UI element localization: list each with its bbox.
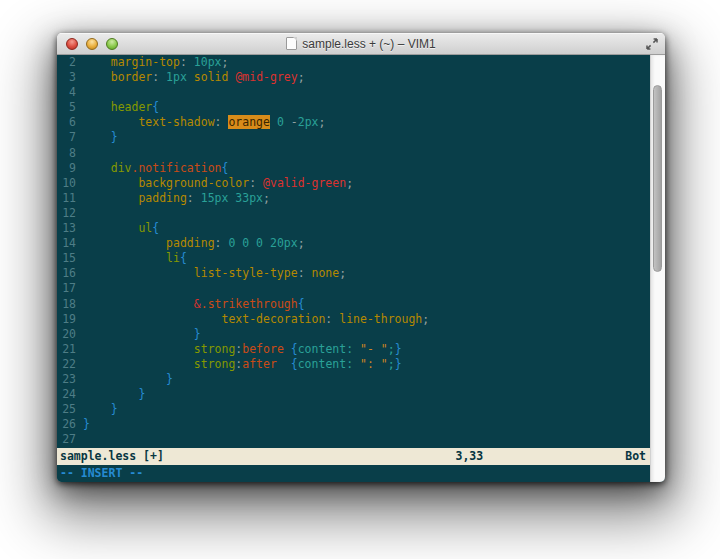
- syntax-token: [353, 357, 360, 371]
- code-text: header{: [83, 100, 159, 115]
- zoom-button[interactable]: [106, 38, 118, 50]
- syntax-token: @mid-grey: [235, 70, 297, 84]
- window-controls: [66, 33, 118, 55]
- syntax-token: :: [152, 70, 166, 84]
- title-area: sample.less + (~) – VIM1: [57, 37, 665, 51]
- vim-mode-line: -- INSERT --: [57, 465, 650, 482]
- vertical-scrollbar[interactable]: [650, 55, 665, 482]
- line-number: 8: [57, 146, 83, 161]
- code-text: padding: 0 0 0 20px;: [83, 236, 305, 251]
- syntax-token: [353, 342, 360, 356]
- minimize-button[interactable]: [86, 38, 98, 50]
- syntax-token: {: [298, 297, 305, 311]
- code-line: 5 header{: [57, 100, 650, 115]
- code-text: text-shadow: orange 0 -2px;: [83, 115, 325, 130]
- syntax-token: [83, 115, 138, 129]
- syntax-token: .notification: [131, 161, 221, 175]
- syntax-token: header: [111, 100, 153, 114]
- code-line: 14 padding: 0 0 0 20px;: [57, 236, 650, 251]
- syntax-token: "- ": [360, 342, 388, 356]
- code-text: }: [83, 372, 173, 387]
- syntax-token: {: [291, 342, 298, 356]
- code-area[interactable]: 2 margin-top: 10px;3 border: 1px solid @…: [57, 55, 650, 448]
- syntax-token: [83, 176, 138, 190]
- line-number: 4: [57, 85, 83, 100]
- fullscreen-expand-icon[interactable]: [646, 38, 658, 50]
- code-text: padding: 15px 33px;: [83, 191, 270, 206]
- vim-statusline: sample.less [+] 3,33 Bot: [57, 448, 650, 465]
- syntax-token: 10px: [194, 55, 222, 69]
- syntax-token: [83, 161, 111, 175]
- syntax-token: }: [83, 417, 90, 431]
- line-number: 17: [57, 281, 83, 296]
- syntax-token: [284, 342, 291, 356]
- syntax-token: ;: [339, 266, 346, 280]
- code-text: strong:after {content: ": ";}: [83, 357, 402, 372]
- code-line: 20 }: [57, 327, 650, 342]
- code-line: 9 div.notification{: [57, 161, 650, 176]
- syntax-token: [83, 266, 194, 280]
- syntax-token: }: [111, 130, 118, 144]
- code-text: text-decoration: line-through;: [83, 312, 429, 327]
- code-text: &.strikethrough{: [83, 297, 305, 312]
- syntax-token: [83, 387, 138, 401]
- syntax-token: ;: [388, 342, 395, 356]
- syntax-token: [83, 236, 166, 250]
- code-line: 24 }: [57, 387, 650, 402]
- syntax-token: ul: [138, 221, 152, 235]
- code-line: 17: [57, 281, 650, 296]
- syntax-token: text-decoration: [221, 312, 325, 326]
- code-line: 11 padding: 15px 33px;: [57, 191, 650, 206]
- syntax-token: [187, 70, 194, 84]
- search-highlight: orange: [228, 115, 270, 129]
- syntax-token: {: [222, 161, 229, 175]
- syntax-token: [83, 372, 166, 386]
- window-body: 2 margin-top: 10px;3 border: 1px solid @…: [57, 55, 665, 482]
- syntax-token: content:: [298, 357, 353, 371]
- code-line: 12: [57, 206, 650, 221]
- code-line: 6 text-shadow: orange 0 -2px;: [57, 115, 650, 130]
- code-line: 15 li{: [57, 251, 650, 266]
- scrollbar-thumb[interactable]: [653, 85, 662, 272]
- syntax-token: :: [215, 236, 229, 250]
- syntax-token: [83, 221, 138, 235]
- syntax-token: none: [312, 266, 340, 280]
- syntax-token: 15px 33px: [201, 191, 263, 205]
- titlebar[interactable]: sample.less + (~) – VIM1: [57, 33, 665, 55]
- syntax-token: background-color: [138, 176, 249, 190]
- statusline-filename: sample.less [+]: [60, 448, 164, 465]
- line-number: 7: [57, 130, 83, 145]
- statusline-cursor-position: 3,33: [456, 448, 484, 465]
- syntax-token: div: [111, 161, 132, 175]
- line-number: 18: [57, 297, 83, 312]
- syntax-token: [83, 402, 111, 416]
- syntax-token: [83, 312, 221, 326]
- syntax-token: 1px: [166, 70, 187, 84]
- close-button[interactable]: [66, 38, 78, 50]
- line-number: 20: [57, 327, 83, 342]
- line-number: 19: [57, 312, 83, 327]
- code-text: }: [83, 130, 118, 145]
- code-line: 25 }: [57, 402, 650, 417]
- syntax-token: [83, 100, 111, 114]
- syntax-token: ": ": [360, 357, 388, 371]
- syntax-token: {: [180, 251, 187, 265]
- syntax-token: 0: [277, 115, 284, 129]
- code-text: li{: [83, 251, 187, 266]
- line-number: 2: [57, 55, 83, 70]
- syntax-token: }: [138, 387, 145, 401]
- code-line: 8: [57, 146, 650, 161]
- syntax-token: [83, 327, 194, 341]
- code-line: 27: [57, 432, 650, 447]
- syntax-token: ;: [298, 70, 305, 84]
- code-line: 26}: [57, 417, 650, 432]
- line-number: 24: [57, 387, 83, 402]
- syntax-token: [83, 297, 194, 311]
- code-line: 7 }: [57, 130, 650, 145]
- code-text: strong:before {content: "- ";}: [83, 342, 402, 357]
- code-line: 16 list-style-type: none;: [57, 266, 650, 281]
- syntax-token: ;: [422, 312, 429, 326]
- code-line: 18 &.strikethrough{: [57, 297, 650, 312]
- syntax-token: }: [395, 342, 402, 356]
- syntax-token: {: [291, 357, 298, 371]
